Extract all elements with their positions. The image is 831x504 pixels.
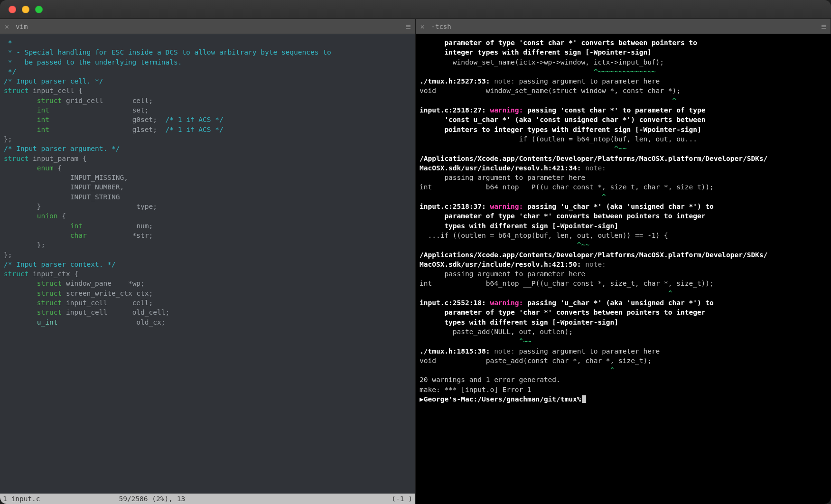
shell-prompt: ▶George's-Mac:/Users/gnachman/git/tmux% (420, 395, 581, 403)
tab-tcsh[interactable]: ✕ -tcsh ≡ (416, 19, 831, 34)
minimize-window-button[interactable] (22, 6, 29, 13)
vim-pane[interactable]: * * - Special handling for ESC inside a … (0, 34, 416, 504)
statusline-left: 1 input.c 59/2586 (2%), 13 (3, 494, 392, 504)
shell-pane[interactable]: parameter of type 'const char *' convert… (416, 34, 831, 504)
split-panes: * * - Special handling for ESC inside a … (0, 34, 831, 504)
vim-statusline: 1 input.c 59/2586 (2%), 13 (-1 ) (0, 494, 415, 504)
statusline-right: (-1 ) (392, 494, 412, 504)
shell-output: parameter of type 'const char *' convert… (420, 38, 827, 404)
close-tab-icon[interactable]: ✕ (420, 22, 425, 31)
zoom-window-button[interactable] (35, 6, 43, 13)
terminal-window: ✕ vim ≡ ✕ -tcsh ≡ * * - Special handling… (0, 0, 831, 504)
tab-label: vim (16, 23, 406, 30)
cursor-icon (582, 395, 586, 403)
tab-bar: ✕ vim ≡ ✕ -tcsh ≡ (0, 19, 831, 34)
tab-vim[interactable]: ✕ vim ≡ (0, 19, 416, 34)
vim-buffer-content: * * - Special handling for ESC inside a … (4, 38, 411, 327)
close-tab-icon[interactable]: ✕ (5, 22, 9, 31)
menu-icon[interactable]: ≡ (406, 21, 411, 31)
menu-icon[interactable]: ≡ (821, 21, 826, 31)
tab-label: -tcsh (431, 23, 822, 30)
close-window-button[interactable] (9, 6, 16, 13)
window-titlebar[interactable] (0, 0, 831, 19)
